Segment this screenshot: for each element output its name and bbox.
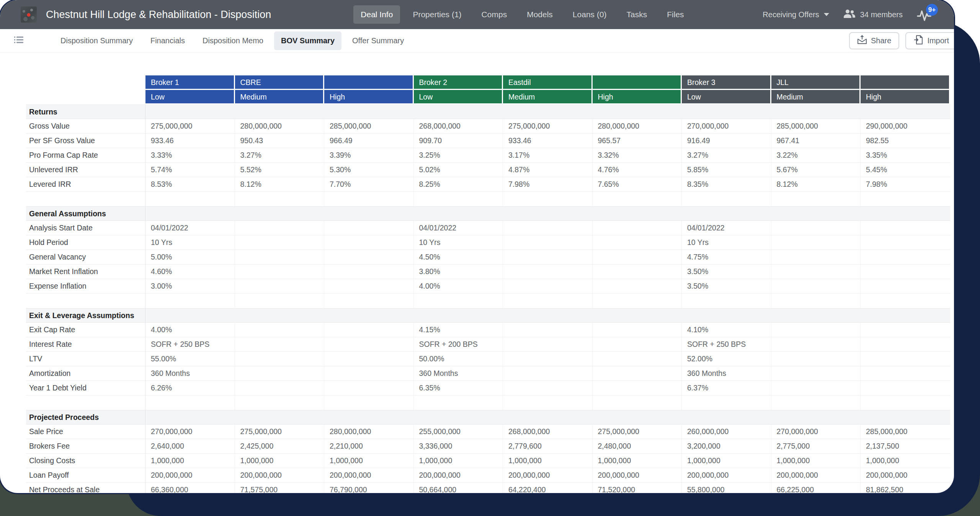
cell-value: 3.22% [771,148,861,163]
cell-value: 5.52% [235,163,325,177]
row-label-expense-inflation: Expense Inflation [26,279,145,294]
cell-value: 280,000,000 [593,119,682,134]
cell-value: 285,000,000 [861,425,950,439]
cell-value [593,279,682,294]
import-button[interactable]: Import [905,32,954,49]
spacer-cell [771,294,861,308]
list-icon[interactable] [14,35,24,46]
cell-value: 200,000,000 [593,468,682,483]
cell-value: 4.10% [682,323,771,337]
nav-tab-comps[interactable]: Comps [474,5,514,24]
cell-value [861,366,950,381]
chevron-down-icon [824,13,829,16]
cell-value: 3.50% [682,279,771,294]
cell-value: 10 Yrs [682,235,771,250]
cell-value: 04/01/2022 [414,221,503,235]
row-label-ltv: LTV [26,352,145,366]
sub-tab-bov-summary[interactable]: BOV Summary [274,31,341,50]
scenario-header-medium: Medium [503,90,593,105]
cell-value [771,221,861,235]
cell-value [771,323,861,337]
broker-group-name: Broker 3 [682,75,771,90]
cell-value: 8.35% [682,177,771,192]
sub-tab-disposition-memo[interactable]: Disposition Memo [196,31,270,50]
scenario-header-low: Low [414,90,503,105]
cell-value: 1,000,000 [145,454,235,468]
spacer-cell [682,192,771,206]
row-label-net-proceeds-at-sale: Net Proceeds at Sale [26,483,145,493]
cell-value: 50,664,000 [414,483,503,493]
section-title: General Assumptions [26,206,145,221]
cell-value: 950.43 [235,134,325,148]
broker-header-spacer [324,75,414,90]
nav-tab-files[interactable]: Files [660,5,691,24]
cell-value [593,250,682,265]
cell-value [235,323,325,337]
activity-button[interactable]: 9+ [916,6,932,23]
cell-value: 2,425,000 [235,439,325,454]
cell-value: 1,000,000 [503,454,593,468]
section-title: Exit & Leverage Assumptions [26,308,145,323]
cell-value: 7.65% [593,177,682,192]
cell-value: 3.00% [145,279,235,294]
nav-tab-models[interactable]: Models [519,5,560,24]
share-button[interactable]: Share [849,32,899,49]
nav-tab-deal-info[interactable]: Deal Info [353,5,400,24]
cell-value [771,352,861,366]
import-document-icon [913,35,923,47]
notification-badge: 9+ [926,4,938,16]
nav-tab-loans-0[interactable]: Loans (0) [565,5,614,24]
cell-value: 360 Months [682,366,771,381]
cell-value: 275,000,000 [235,425,325,439]
sub-tab-financials[interactable]: Financials [144,31,192,50]
cell-value: 360 Months [145,366,235,381]
cell-value: 270,000,000 [771,425,861,439]
cell-value: 5.30% [324,163,414,177]
sub-tab-disposition-summary[interactable]: Disposition Summary [54,31,140,50]
cell-value: 290,000,000 [861,119,950,134]
deal-status-label: Receiving Offers [763,10,819,19]
cell-value: 1,000,000 [682,454,771,468]
row-label-loan-payoff: Loan Payoff [26,468,145,483]
cell-value: 3.33% [145,148,235,163]
cell-value: 3,336,000 [414,439,503,454]
cell-value [503,381,593,395]
cell-value: 50.00% [414,352,503,366]
spacer-cell [235,395,325,410]
cell-value [503,265,593,279]
cell-value [324,235,414,250]
broker-header-spacer [861,75,950,90]
section-title: Projected Proceeds [26,410,145,425]
broker-header-spacer [593,75,682,90]
spacer-cell [861,294,950,308]
row-label-year-1-debt-yield: Year 1 Debt Yield [26,381,145,395]
sub-tab-offer-summary[interactable]: Offer Summary [345,31,411,50]
cell-value: 1,000,000 [861,454,950,468]
cell-value [593,352,682,366]
cell-value: 2,779,600 [503,439,593,454]
table-corner [26,75,145,90]
cell-value: 7.98% [503,177,593,192]
deal-status-dropdown[interactable]: Receiving Offers [763,10,829,19]
row-label-pro-forma-cap-rate: Pro Forma Cap Rate [26,148,145,163]
section-title: Returns [26,105,145,119]
nav-tab-tasks[interactable]: Tasks [619,5,655,24]
scenario-header-high: High [324,90,414,105]
section-band [145,308,950,323]
row-label-brokers-fee: Brokers Fee [26,439,145,454]
section-band [145,410,950,425]
row-label-closing-costs: Closing Costs [26,454,145,468]
row-label-sale-price: Sale Price [26,425,145,439]
cell-value: 3.39% [324,148,414,163]
cell-value: 933.46 [503,134,593,148]
cell-value [593,366,682,381]
cell-value [593,265,682,279]
broker-firm-name: CBRE [235,75,325,90]
cell-value [235,381,325,395]
spacer-cell [414,395,503,410]
nav-tab-properties-1[interactable]: Properties (1) [405,5,469,24]
cell-value: 8.53% [145,177,235,192]
members-button[interactable]: 34 members [843,9,903,21]
cell-value: 268,000,000 [503,425,593,439]
cell-value [861,381,950,395]
